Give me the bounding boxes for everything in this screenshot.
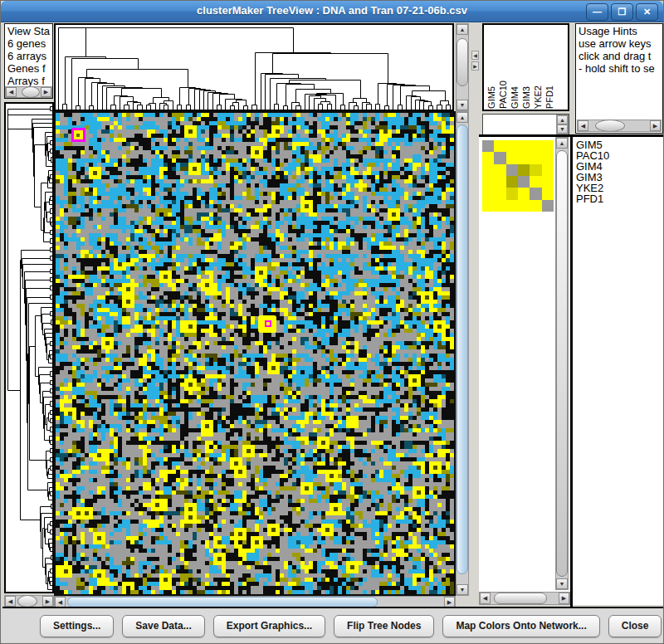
zoom-heatmap-cell[interactable] bbox=[494, 176, 505, 188]
scroll-thumb[interactable] bbox=[456, 38, 468, 86]
divider bbox=[2, 607, 663, 608]
button-bar: Settings... Save Data... Export Graphics… bbox=[1, 609, 664, 642]
zoom-heatmap-cell[interactable] bbox=[494, 140, 505, 152]
zoom-heatmap-cell[interactable] bbox=[482, 200, 494, 212]
zoom-heatmap-cell[interactable] bbox=[494, 188, 505, 199]
arrow-down-icon[interactable] bbox=[556, 578, 568, 589]
collapse-left-icon[interactable] bbox=[471, 51, 479, 60]
heatmap-vscrollbar[interactable] bbox=[456, 111, 469, 596]
zoom-heatmap-cell[interactable] bbox=[482, 188, 494, 199]
arrow-up-icon[interactable] bbox=[556, 138, 568, 149]
view-status-text: View Sta 6 genes 6 arrays Genes f Arrays… bbox=[5, 24, 52, 87]
gene-tree-hscrollbar[interactable] bbox=[4, 595, 54, 607]
zoom-heatmap-cell[interactable] bbox=[542, 152, 554, 163]
row-labels: GIM5 PAC10 GIM4 GIM3 YKE2 PFD1 bbox=[573, 137, 663, 204]
zoom-heatmap-cell[interactable] bbox=[506, 200, 518, 212]
arrow-right-icon[interactable] bbox=[559, 593, 569, 604]
save-data-button[interactable]: Save Data... bbox=[122, 615, 204, 637]
arrow-right-icon[interactable] bbox=[650, 120, 661, 131]
row-labels-panel[interactable]: GIM5 PAC10 GIM4 GIM3 YKE2 PFD1 bbox=[573, 137, 663, 605]
scroll-thumb[interactable] bbox=[494, 593, 547, 604]
zoom-vscrollbar[interactable] bbox=[555, 137, 569, 590]
settings-button[interactable]: Settings... bbox=[40, 615, 114, 637]
zoom-heatmap-cell[interactable] bbox=[530, 152, 541, 163]
arrow-left-icon[interactable] bbox=[480, 593, 491, 604]
title-bar[interactable]: clusterMaker TreeView : DNA and Tran 07-… bbox=[1, 1, 663, 22]
column-labels: GIM5 PAC10 GIM4 GIM3 YKE2 PFD1 bbox=[486, 80, 556, 109]
zoom-heatmap[interactable] bbox=[482, 140, 554, 212]
arrow-down-icon[interactable] bbox=[456, 100, 468, 110]
arrow-right-icon[interactable] bbox=[41, 87, 51, 97]
arrow-up-icon[interactable] bbox=[456, 24, 468, 35]
array-tree-vscrollbar[interactable] bbox=[456, 23, 469, 111]
view-status-hscrollbar[interactable] bbox=[5, 86, 52, 98]
zoom-heatmap-cell[interactable] bbox=[518, 176, 530, 188]
column-labels-panel[interactable]: GIM5 PAC10 GIM4 GIM3 YKE2 PFD1 bbox=[482, 23, 569, 111]
zoom-hscrollbar[interactable] bbox=[479, 592, 570, 605]
zoom-heatmap-cell[interactable] bbox=[482, 164, 494, 176]
zoom-view-panel bbox=[479, 137, 570, 592]
arrow-down-icon[interactable] bbox=[557, 124, 568, 134]
zoom-heatmap-cell[interactable] bbox=[542, 140, 554, 152]
scroll-thumb[interactable] bbox=[556, 150, 568, 577]
maximize-icon[interactable]: ❐ bbox=[611, 3, 633, 21]
export-graphics-button[interactable]: Export Graphics... bbox=[213, 615, 325, 637]
zoom-heatmap-cell[interactable] bbox=[482, 140, 494, 152]
arrow-left-icon[interactable] bbox=[578, 120, 588, 131]
column-label: PFD1 bbox=[544, 85, 556, 109]
arrow-down-icon[interactable] bbox=[456, 584, 468, 595]
zoom-heatmap-cell[interactable] bbox=[518, 188, 530, 199]
arrow-right-icon[interactable] bbox=[42, 596, 53, 607]
zoom-heatmap-cell[interactable] bbox=[518, 164, 530, 176]
usage-hints-text: Usage Hints use arrow keys click and dra… bbox=[576, 24, 662, 75]
zoom-heatmap-cell[interactable] bbox=[542, 164, 554, 176]
usage-hints-hscrollbar[interactable] bbox=[577, 120, 662, 132]
column-label: PAC10 bbox=[498, 80, 510, 109]
zoom-heatmap-cell[interactable] bbox=[542, 188, 554, 199]
window-controls: — ❐ ✕ bbox=[586, 3, 658, 21]
arrow-up-icon[interactable] bbox=[557, 115, 568, 124]
zoom-heatmap-cell[interactable] bbox=[530, 188, 541, 199]
zoom-heatmap-cell[interactable] bbox=[506, 164, 518, 176]
app-window: clusterMaker TreeView : DNA and Tran 07-… bbox=[0, 0, 664, 644]
usage-hints-panel: Usage Hints use arrow keys click and dra… bbox=[575, 23, 663, 134]
scroll-thumb[interactable] bbox=[17, 595, 37, 607]
zoom-heatmap-cell[interactable] bbox=[482, 176, 494, 188]
view-status-panel: View Sta 6 genes 6 arrays Genes f Arrays… bbox=[4, 23, 53, 99]
zoom-heatmap-cell[interactable] bbox=[506, 152, 518, 163]
close-button[interactable]: Close bbox=[608, 615, 662, 637]
zoom-heatmap-cell[interactable] bbox=[482, 152, 494, 163]
zoom-heatmap-cell[interactable] bbox=[530, 176, 541, 188]
minimize-icon[interactable]: — bbox=[586, 3, 608, 21]
collapse-right-icon[interactable] bbox=[471, 61, 479, 71]
zoom-heatmap-cell[interactable] bbox=[542, 200, 554, 212]
scroll-thumb[interactable] bbox=[456, 124, 468, 574]
zoom-heatmap-cell[interactable] bbox=[542, 176, 554, 188]
zoom-heatmap-cell[interactable] bbox=[506, 188, 518, 199]
zoom-heatmap-cell[interactable] bbox=[530, 140, 541, 152]
column-label: GIM5 bbox=[486, 86, 498, 109]
column-label: GIM4 bbox=[510, 86, 521, 109]
arrow-left-icon[interactable] bbox=[5, 596, 16, 607]
column-zoom-vscrollbar[interactable] bbox=[556, 115, 569, 134]
gene-dendrogram[interactable] bbox=[6, 104, 52, 592]
scroll-thumb[interactable] bbox=[595, 120, 625, 132]
scroll-thumb[interactable] bbox=[22, 86, 40, 98]
zoom-heatmap-cell[interactable] bbox=[518, 140, 530, 152]
zoom-heatmap-cell[interactable] bbox=[494, 152, 505, 163]
zoom-heatmap-cell[interactable] bbox=[530, 200, 541, 212]
arrow-up-icon[interactable] bbox=[456, 112, 468, 123]
global-heatmap[interactable] bbox=[54, 111, 456, 596]
array-dendrogram[interactable] bbox=[56, 25, 452, 110]
zoom-heatmap-cell[interactable] bbox=[494, 164, 505, 176]
map-colors-button[interactable]: Map Colors Onto Network... bbox=[442, 615, 599, 637]
zoom-heatmap-cell[interactable] bbox=[518, 200, 530, 212]
zoom-heatmap-cell[interactable] bbox=[506, 176, 518, 188]
zoom-heatmap-cell[interactable] bbox=[506, 140, 518, 152]
flip-tree-nodes-button[interactable]: Flip Tree Nodes bbox=[334, 615, 434, 637]
close-icon[interactable]: ✕ bbox=[636, 3, 658, 21]
arrow-left-icon[interactable] bbox=[6, 87, 17, 97]
zoom-heatmap-cell[interactable] bbox=[494, 200, 505, 212]
zoom-heatmap-cell[interactable] bbox=[530, 164, 541, 176]
zoom-heatmap-cell[interactable] bbox=[518, 152, 530, 163]
